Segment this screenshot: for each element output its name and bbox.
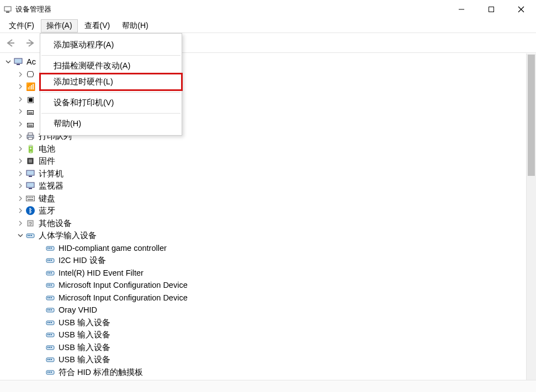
menu-add-driver[interactable]: 添加驱动程序(A) (40, 37, 182, 53)
chevron-right-icon[interactable] (17, 84, 24, 89)
tree-category-5[interactable]: 键盘 (4, 192, 536, 205)
tree-node-label: 符合 HID 标准的触摸板 (59, 366, 143, 378)
menu-separator (41, 55, 181, 56)
svg-rect-72 (47, 372, 49, 373)
svg-rect-45 (49, 284, 50, 286)
chevron-right-icon[interactable] (17, 171, 24, 176)
keyboard-icon (25, 194, 35, 203)
svg-rect-62 (51, 334, 52, 335)
tree-category-hid[interactable]: 人体学输入设备 (4, 229, 536, 242)
back-button[interactable] (3, 35, 19, 51)
tree-hid-child-1[interactable]: I2C HID 设备 (4, 254, 536, 267)
minimize-button[interactable] (447, 0, 476, 19)
svg-rect-11 (28, 133, 33, 135)
vertical-scrollbar[interactable] (526, 53, 536, 380)
tree-category-6[interactable]: ᛒ蓝牙 (4, 205, 536, 217)
chevron-right-icon[interactable] (17, 221, 24, 226)
menu-add-legacy-hardware[interactable]: 添加过时硬件(L) (40, 74, 182, 90)
chevron-right-icon[interactable] (17, 196, 24, 201)
computer-icon (25, 169, 35, 178)
svg-rect-41 (49, 272, 50, 273)
svg-rect-54 (51, 309, 52, 310)
tree-category-7[interactable]: ?其他设备 (4, 217, 536, 230)
svg-rect-40 (47, 272, 49, 273)
chevron-down-icon[interactable] (17, 233, 24, 238)
maximize-button[interactable] (476, 0, 506, 19)
tree-hid-child-4[interactable]: Microsoft Input Configuration Device (4, 292, 536, 304)
menu-separator (41, 113, 181, 114)
menu-help[interactable]: 帮助(H) (116, 19, 153, 33)
tree-hid-child-10[interactable]: 符合 HID 标准的触摸板 (4, 366, 536, 379)
tree-hid-child-6[interactable]: USB 输入设备 (4, 316, 536, 329)
disk-icon: 🖴 (25, 107, 35, 116)
menu-file[interactable]: 文件(F) (3, 19, 40, 33)
svg-rect-61 (49, 334, 50, 335)
menu-help[interactable]: 帮助(H) (40, 116, 182, 132)
chevron-right-icon[interactable] (17, 183, 24, 189)
tree-hid-child-0[interactable]: HID-compliant game controller (4, 242, 536, 255)
tree-node-label: USB 输入设备 (59, 353, 110, 366)
svg-rect-49 (49, 297, 50, 298)
tree-node-label: 键盘 (39, 192, 55, 205)
tree-hid-child-7[interactable]: USB 输入设备 (4, 329, 536, 341)
tree-node-label: 电池 (39, 143, 55, 155)
forward-button[interactable] (22, 35, 38, 51)
svg-rect-70 (51, 359, 52, 360)
svg-rect-74 (51, 372, 52, 373)
tree-node-label: Microsoft Input Configuration Device (59, 292, 188, 304)
svg-rect-9 (17, 64, 20, 65)
svg-rect-28 (28, 235, 29, 236)
tree-hid-child-2[interactable]: Intel(R) HID Event Filter (4, 267, 536, 280)
monitor-icon (25, 181, 35, 190)
menu-scan-hardware[interactable]: 扫描检测硬件改动(A) (40, 58, 182, 74)
chevron-down-icon[interactable] (4, 59, 12, 65)
other-icon: ? (25, 219, 35, 228)
app-icon (3, 5, 12, 14)
chevron-right-icon[interactable] (17, 133, 24, 139)
menu-view[interactable]: 查看(V) (79, 19, 116, 33)
tree-hid-child-8[interactable]: USB 输入设备 (4, 341, 536, 354)
chevron-right-icon[interactable] (17, 96, 24, 102)
battery-icon: 🔋 (25, 144, 35, 153)
hid-dev-icon (45, 256, 55, 265)
chevron-right-icon[interactable] (17, 146, 24, 152)
close-button[interactable] (506, 0, 536, 19)
hid-dev-icon (45, 343, 55, 352)
svg-rect-19 (26, 196, 35, 201)
svg-rect-38 (51, 260, 52, 261)
tree-node-label: 其他设备 (39, 217, 72, 229)
device-icon: 📶 (25, 82, 35, 91)
tree-category-2[interactable]: 固件 (4, 155, 536, 168)
hid-dev-icon (45, 293, 55, 302)
svg-rect-8 (14, 58, 22, 63)
chevron-right-icon[interactable] (17, 109, 24, 114)
chevron-right-icon[interactable] (17, 208, 24, 213)
menu-action[interactable]: 操作(A) (41, 19, 78, 33)
svg-rect-64 (47, 347, 49, 348)
tree-node-label: HID-compliant game controller (59, 242, 167, 254)
tree-category-3[interactable]: 计算机 (4, 168, 536, 180)
svg-rect-23 (32, 197, 33, 198)
svg-rect-68 (47, 359, 49, 360)
bluetooth-icon: ᛒ (25, 206, 35, 215)
chevron-right-icon[interactable] (17, 121, 24, 127)
svg-rect-17 (26, 182, 34, 187)
scrollbar-thumb[interactable] (528, 55, 535, 176)
tree-node-label: Ac (26, 56, 36, 68)
menu-devices-printers[interactable]: 设备和打印机(V) (40, 95, 182, 111)
svg-rect-0 (4, 7, 11, 11)
tree-hid-child-3[interactable]: Microsoft Input Configuration Device (4, 279, 536, 292)
chevron-right-icon[interactable] (17, 72, 24, 77)
tree-node-label: USB 输入设备 (59, 316, 110, 329)
tree-hid-child-5[interactable]: Oray VHID (4, 304, 536, 316)
tree-category-4[interactable]: 监视器 (4, 180, 536, 192)
tree-category-1[interactable]: 🔋电池 (4, 143, 536, 155)
svg-rect-21 (29, 197, 30, 198)
chevron-right-icon[interactable] (17, 158, 24, 164)
svg-rect-50 (51, 297, 52, 298)
window-title: 设备管理器 (15, 4, 51, 14)
tree-hid-child-9[interactable]: USB 输入设备 (4, 353, 536, 366)
svg-rect-12 (28, 137, 33, 139)
svg-rect-46 (51, 284, 52, 286)
svg-rect-32 (47, 248, 49, 249)
